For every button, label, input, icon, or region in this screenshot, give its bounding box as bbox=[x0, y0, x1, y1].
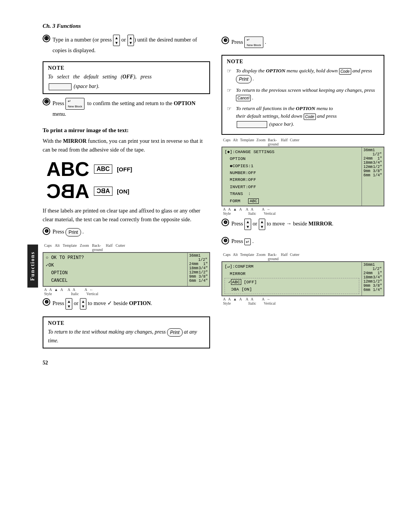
abc-normal: ABC bbox=[46, 159, 89, 179]
down2-key[interactable]: ▲▼ bbox=[80, 298, 87, 310]
sidebar-label: Functions bbox=[27, 244, 38, 288]
note-item-3: ☞ To return all functions in the OPTION … bbox=[227, 105, 379, 128]
step-3: ❸ Press ↵New Block . bbox=[221, 37, 384, 51]
lcd-screen-1: Caps Alt Template Zoom Back-ground Half … bbox=[43, 243, 210, 296]
lcd2-top-labels: CapsAltTemplateZoomBack-groundHalfCutter bbox=[221, 138, 384, 146]
lcd-screen-3: CapsAltTemplateZoomBack-groundHalfCutter… bbox=[221, 252, 384, 305]
up3-key[interactable]: ▲▼ bbox=[244, 219, 251, 230]
up2-key[interactable]: ▲▼ bbox=[65, 298, 72, 310]
space-bar-key[interactable] bbox=[49, 83, 72, 90]
step-5-content: Press ↵ . bbox=[231, 237, 384, 245]
abc-box-off: ABC bbox=[94, 165, 113, 174]
note-box-2: NOTE To return to the text without makin… bbox=[43, 316, 210, 348]
step-2-content: Press ▲▼ or ▲▼ to move ✓ beside OPTION. bbox=[53, 298, 210, 310]
step-4-content: Press ▲▼ or ▲▼ to move → beside MIRROR. bbox=[231, 219, 384, 230]
lcd3-top-labels: CapsAltTemplateZoomBack-groundHalfCutter bbox=[221, 252, 384, 261]
lcd1-bottom-icons: AA▲AAAA← bbox=[43, 288, 210, 292]
note-box-right: NOTE ☞ To display the OPTION menu quickl… bbox=[221, 55, 384, 135]
print-key-2[interactable]: Print bbox=[167, 328, 183, 337]
note-item-1: ☞ To display the OPTION menu quickly, ho… bbox=[227, 67, 379, 83]
step-press-print-num: ❶ bbox=[43, 227, 50, 235]
note-item-2: ☞ To return to the previous screen witho… bbox=[227, 86, 379, 102]
step-11-content: Type in a number (or press ▲▼ or ▲▼) unt… bbox=[53, 35, 210, 54]
note-title-right: NOTE bbox=[227, 59, 379, 65]
new-block-key[interactable]: ↵New Block bbox=[65, 98, 84, 109]
page-number: 52 bbox=[43, 360, 210, 366]
print-key[interactable]: Print bbox=[65, 228, 81, 237]
content: Ch. 3 Functions ⓫ Type in a number (or p… bbox=[43, 23, 384, 509]
note-icon-2: ☞ bbox=[227, 86, 234, 94]
lcd1-frame: ○ OK TO PRINT? ✓OK OPTION CANCEL 36mm1 1… bbox=[43, 252, 210, 287]
lcd3-ruler: 36mm1 1/2" 24mm1" 18mm3/4" 12mm1/2" 9mm3… bbox=[362, 262, 384, 296]
step-12-content: Press ↵New Block to confirm the setting … bbox=[53, 98, 210, 118]
mirror-description-2: If these labels are printed on clear tap… bbox=[43, 206, 210, 224]
note-content-2: To return to the text without making any… bbox=[48, 328, 205, 345]
step-11: ⓫ Type in a number (or press ▲▼ or ▲▼) u… bbox=[43, 35, 210, 58]
lcd2-ruler: 36mm1 1/2" 24mm1" 18mm3/4" 12mm1/2" 9mm3… bbox=[362, 147, 384, 206]
lcd1-bottom-labels: StyleItalicVertical bbox=[43, 292, 210, 296]
left-column: Ch. 3 Functions ⓫ Type in a number (or p… bbox=[43, 23, 218, 509]
note-text-1: To display the OPTION menu quickly, hold… bbox=[236, 67, 379, 83]
step-11-num: ⓫ bbox=[43, 35, 50, 42]
lcd3-content: [↵]:CONFIRM MIRROR ✓ABC [OFF] ABC [ON] bbox=[222, 262, 362, 296]
down-key[interactable]: ▲▼ bbox=[127, 35, 134, 46]
step-2-num: ❷ bbox=[43, 298, 50, 306]
lcd2-content: [◆]:CHANGE SETTINGS OPTION ◆COPIES:1 NUM… bbox=[222, 147, 362, 206]
note-icon-3: ☞ bbox=[227, 105, 234, 113]
note-text-3: To return all functions in the OPTION me… bbox=[236, 105, 337, 128]
code-key[interactable]: Code bbox=[339, 68, 351, 75]
sidebar: Functions bbox=[27, 23, 39, 509]
step-4-num: ❹ bbox=[221, 219, 229, 226]
note-icon-1: ☞ bbox=[227, 67, 234, 75]
step-12: ⓬ Press ↵New Block to confirm the settin… bbox=[43, 98, 210, 121]
mirror-row-on: ABC ABC [ON] bbox=[46, 181, 210, 201]
note-content-1: To select the default setting (OFF), pre… bbox=[48, 73, 205, 90]
enter2-key[interactable]: ↵ bbox=[244, 238, 251, 245]
step-12-num: ⓬ bbox=[43, 98, 50, 105]
section-heading-mirror: To print a mirror image of the text: bbox=[43, 127, 210, 134]
on-label: [ON] bbox=[117, 188, 129, 195]
right-column: ❸ Press ↵New Block . NOTE ☞ To display t… bbox=[218, 23, 384, 509]
step-3-num: ❸ bbox=[221, 37, 229, 44]
enter-key[interactable]: ↵New Block bbox=[244, 37, 263, 48]
cancel-key[interactable]: Cancel bbox=[236, 95, 251, 101]
note-title-2: NOTE bbox=[48, 320, 205, 326]
lcd-screen-2: CapsAltTemplateZoomBack-groundHalfCutter… bbox=[221, 138, 384, 216]
off-label: [OFF] bbox=[117, 166, 132, 173]
up-key[interactable]: ▲▼ bbox=[113, 35, 120, 46]
page: Functions Ch. 3 Functions ⓫ Type in a nu… bbox=[0, 0, 411, 532]
abc-mirrored: ABC bbox=[46, 181, 89, 201]
mirror-description: With the MIRROR function, you can print … bbox=[43, 137, 210, 154]
down3-key[interactable]: ▲▼ bbox=[259, 219, 266, 230]
step-3-content: Press ↵New Block . bbox=[231, 37, 384, 48]
space-bar-key-2[interactable] bbox=[237, 121, 267, 128]
lcd2-frame: [◆]:CHANGE SETTINGS OPTION ◆COPIES:1 NUM… bbox=[221, 147, 384, 206]
lcd1-top-labels: Caps Alt Template Zoom Back-ground Half … bbox=[43, 243, 210, 252]
print-key-3[interactable]: Print bbox=[236, 75, 252, 83]
abc-box-on: ABC bbox=[94, 187, 113, 196]
mirror-row-off: ABC ABC [OFF] bbox=[46, 159, 210, 179]
step-press-print-content: Press Print . bbox=[53, 227, 210, 236]
step-press-print: ❶ Press Print . bbox=[43, 227, 210, 240]
lcd3-frame: [↵]:CONFIRM MIRROR ✓ABC [OFF] ABC [ON] 3… bbox=[221, 261, 384, 296]
lcd1-content: ○ OK TO PRINT? ✓OK OPTION CANCEL bbox=[43, 253, 187, 286]
step-5-num: ❺ bbox=[221, 237, 229, 244]
step-2: ❷ Press ▲▼ or ▲▼ to move ✓ beside OPTION… bbox=[43, 298, 210, 313]
lcd1-ruler: 36mm1 1/2" 24mm1" 18mm3/4" 12mm1/2" 9mm3… bbox=[187, 253, 209, 286]
note-title-1: NOTE bbox=[48, 65, 205, 71]
step-4: ❹ Press ▲▼ or ▲▼ to move → beside MIRROR… bbox=[221, 219, 384, 233]
note-text-2: To return to the previous screen without… bbox=[236, 86, 379, 102]
mirror-demo: ABC ABC [OFF] ABC ABC [ON] bbox=[46, 159, 210, 201]
step-5: ❺ Press ↵ . bbox=[221, 237, 384, 248]
chapter-title: Ch. 3 Functions bbox=[43, 23, 210, 29]
code-key-2[interactable]: Code bbox=[304, 113, 316, 120]
note-box-1: NOTE To select the default setting (OFF)… bbox=[43, 61, 210, 94]
